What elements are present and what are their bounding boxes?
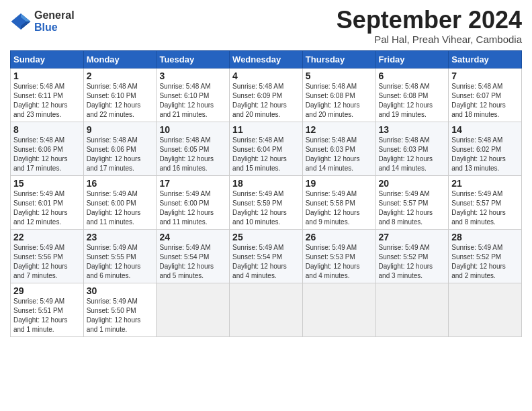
- cell-content-1: Sunrise: 5:48 AMSunset: 6:11 PMDaylight:…: [13, 83, 68, 118]
- header-friday: Friday: [375, 50, 449, 68]
- cell-content-16: Sunrise: 5:49 AMSunset: 6:00 PMDaylight:…: [87, 190, 141, 226]
- cell-content-25: Sunrise: 5:49 AMSunset: 5:54 PMDaylight:…: [232, 244, 287, 279]
- day-cell-16: 16 Sunrise: 5:49 AMSunset: 6:00 PMDaylig…: [83, 175, 157, 229]
- day-cell-4: 4 Sunrise: 5:48 AMSunset: 6:09 PMDayligh…: [230, 68, 303, 122]
- cell-content-21: Sunrise: 5:49 AMSunset: 5:57 PMDaylight:…: [451, 190, 506, 226]
- empty-cell: [157, 283, 230, 336]
- day-cell-1: 1 Sunrise: 5:48 AMSunset: 6:11 PMDayligh…: [11, 68, 84, 122]
- cell-content-14: Sunrise: 5:48 AMSunset: 6:02 PMDaylight:…: [451, 136, 506, 172]
- day-cell-25: 25 Sunrise: 5:49 AMSunset: 5:54 PMDaylig…: [230, 229, 303, 283]
- day-number-4: 4: [232, 71, 300, 81]
- month-title: September 2024: [337, 7, 522, 34]
- day-number-28: 28: [451, 232, 519, 242]
- day-number-13: 13: [379, 124, 446, 135]
- day-number-9: 9: [87, 124, 154, 135]
- cell-content-23: Sunrise: 5:49 AMSunset: 5:55 PMDaylight:…: [87, 244, 141, 279]
- header-wednesday: Wednesday: [230, 50, 303, 68]
- cell-content-11: Sunrise: 5:48 AMSunset: 6:04 PMDaylight:…: [232, 136, 287, 172]
- day-cell-11: 11 Sunrise: 5:48 AMSunset: 6:04 PMDaylig…: [230, 122, 303, 175]
- day-cell-13: 13 Sunrise: 5:48 AMSunset: 6:03 PMDaylig…: [375, 122, 449, 175]
- day-cell-2: 2 Sunrise: 5:48 AMSunset: 6:10 PMDayligh…: [83, 68, 157, 122]
- logo-general-text: General: [34, 9, 75, 21]
- day-number-18: 18: [232, 178, 300, 189]
- day-number-7: 7: [451, 71, 519, 81]
- day-cell-20: 20 Sunrise: 5:49 AMSunset: 5:57 PMDaylig…: [375, 175, 449, 229]
- day-number-29: 29: [13, 285, 81, 296]
- cell-content-18: Sunrise: 5:49 AMSunset: 5:59 PMDaylight:…: [232, 190, 287, 226]
- cell-content-4: Sunrise: 5:48 AMSunset: 6:09 PMDaylight:…: [232, 83, 287, 118]
- day-number-12: 12: [306, 124, 373, 135]
- header-thursday: Thursday: [302, 50, 375, 68]
- title-area: September 2024 Pal Hal, Preah Vihear, Ca…: [337, 7, 522, 45]
- empty-cell: [230, 283, 303, 336]
- cell-content-22: Sunrise: 5:49 AMSunset: 5:56 PMDaylight:…: [13, 244, 68, 279]
- cell-content-26: Sunrise: 5:49 AMSunset: 5:53 PMDaylight:…: [306, 244, 360, 279]
- day-number-25: 25: [232, 232, 300, 242]
- day-number-2: 2: [87, 71, 154, 81]
- cell-content-20: Sunrise: 5:49 AMSunset: 5:57 PMDaylight:…: [379, 190, 433, 226]
- day-cell-26: 26 Sunrise: 5:49 AMSunset: 5:53 PMDaylig…: [302, 229, 375, 283]
- logo-icon: [10, 11, 32, 32]
- day-cell-10: 10 Sunrise: 5:48 AMSunset: 6:05 PMDaylig…: [157, 122, 230, 175]
- day-number-26: 26: [306, 232, 373, 242]
- day-cell-24: 24 Sunrise: 5:49 AMSunset: 5:54 PMDaylig…: [157, 229, 230, 283]
- day-number-19: 19: [306, 178, 373, 189]
- empty-cell: [302, 283, 375, 336]
- day-number-5: 5: [306, 71, 373, 81]
- cell-content-15: Sunrise: 5:49 AMSunset: 6:01 PMDaylight:…: [13, 190, 68, 226]
- empty-cell: [375, 283, 449, 336]
- calendar-table: Sunday Monday Tuesday Wednesday Thursday…: [10, 50, 522, 337]
- day-cell-6: 6 Sunrise: 5:48 AMSunset: 6:08 PMDayligh…: [375, 68, 449, 122]
- cell-content-13: Sunrise: 5:48 AMSunset: 6:03 PMDaylight:…: [379, 136, 433, 172]
- empty-cell: [449, 283, 522, 336]
- cell-content-19: Sunrise: 5:49 AMSunset: 5:58 PMDaylight:…: [306, 190, 360, 226]
- cell-content-6: Sunrise: 5:48 AMSunset: 6:08 PMDaylight:…: [379, 83, 433, 118]
- cell-content-24: Sunrise: 5:49 AMSunset: 5:54 PMDaylight:…: [159, 244, 214, 279]
- main-container: General Blue September 2024 Pal Hal, Pre…: [0, 0, 532, 344]
- day-number-23: 23: [87, 232, 154, 242]
- logo-blue-text: Blue: [34, 21, 75, 34]
- day-number-15: 15: [13, 178, 81, 189]
- day-cell-23: 23 Sunrise: 5:49 AMSunset: 5:55 PMDaylig…: [83, 229, 157, 283]
- cell-content-7: Sunrise: 5:48 AMSunset: 6:07 PMDaylight:…: [451, 83, 506, 118]
- day-cell-27: 27 Sunrise: 5:49 AMSunset: 5:52 PMDaylig…: [375, 229, 449, 283]
- header-monday: Monday: [83, 50, 157, 68]
- day-cell-17: 17 Sunrise: 5:49 AMSunset: 6:00 PMDaylig…: [157, 175, 230, 229]
- cell-content-28: Sunrise: 5:49 AMSunset: 5:52 PMDaylight:…: [451, 244, 506, 279]
- day-number-3: 3: [159, 71, 226, 81]
- day-cell-28: 28 Sunrise: 5:49 AMSunset: 5:52 PMDaylig…: [449, 229, 522, 283]
- cell-content-27: Sunrise: 5:49 AMSunset: 5:52 PMDaylight:…: [379, 244, 433, 279]
- day-cell-5: 5 Sunrise: 5:48 AMSunset: 6:08 PMDayligh…: [302, 68, 375, 122]
- day-number-21: 21: [451, 178, 519, 189]
- day-number-10: 10: [159, 124, 226, 135]
- calendar-row: 15 Sunrise: 5:49 AMSunset: 6:01 PMDaylig…: [11, 175, 522, 229]
- day-number-6: 6: [379, 71, 446, 81]
- day-number-11: 11: [232, 124, 300, 135]
- header-saturday: Saturday: [449, 50, 522, 68]
- cell-content-9: Sunrise: 5:48 AMSunset: 6:06 PMDaylight:…: [87, 136, 141, 172]
- day-number-30: 30: [87, 285, 154, 296]
- cell-content-5: Sunrise: 5:48 AMSunset: 6:08 PMDaylight:…: [306, 83, 360, 118]
- cell-content-8: Sunrise: 5:48 AMSunset: 6:06 PMDaylight:…: [13, 136, 68, 172]
- day-cell-8: 8 Sunrise: 5:48 AMSunset: 6:06 PMDayligh…: [11, 122, 84, 175]
- calendar-row: 29 Sunrise: 5:49 AMSunset: 5:51 PMDaylig…: [11, 283, 522, 336]
- day-cell-15: 15 Sunrise: 5:49 AMSunset: 6:01 PMDaylig…: [11, 175, 84, 229]
- calendar-row: 8 Sunrise: 5:48 AMSunset: 6:06 PMDayligh…: [11, 122, 522, 175]
- day-cell-29: 29 Sunrise: 5:49 AMSunset: 5:51 PMDaylig…: [11, 283, 84, 336]
- day-number-16: 16: [87, 178, 154, 189]
- cell-content-10: Sunrise: 5:48 AMSunset: 6:05 PMDaylight:…: [159, 136, 214, 172]
- cell-content-30: Sunrise: 5:49 AMSunset: 5:50 PMDaylight:…: [87, 298, 141, 333]
- day-cell-18: 18 Sunrise: 5:49 AMSunset: 5:59 PMDaylig…: [230, 175, 303, 229]
- cell-content-29: Sunrise: 5:49 AMSunset: 5:51 PMDaylight:…: [13, 298, 68, 333]
- day-number-14: 14: [451, 124, 519, 135]
- day-number-8: 8: [13, 124, 81, 135]
- day-cell-19: 19 Sunrise: 5:49 AMSunset: 5:58 PMDaylig…: [302, 175, 375, 229]
- location: Pal Hal, Preah Vihear, Cambodia: [337, 34, 522, 45]
- day-number-27: 27: [379, 232, 446, 242]
- day-cell-7: 7 Sunrise: 5:48 AMSunset: 6:07 PMDayligh…: [449, 68, 522, 122]
- calendar-header-row: Sunday Monday Tuesday Wednesday Thursday…: [11, 50, 522, 68]
- header: General Blue September 2024 Pal Hal, Pre…: [10, 7, 522, 45]
- day-cell-14: 14 Sunrise: 5:48 AMSunset: 6:02 PMDaylig…: [449, 122, 522, 175]
- logo-text: General Blue: [34, 9, 75, 33]
- calendar-row: 22 Sunrise: 5:49 AMSunset: 5:56 PMDaylig…: [11, 229, 522, 283]
